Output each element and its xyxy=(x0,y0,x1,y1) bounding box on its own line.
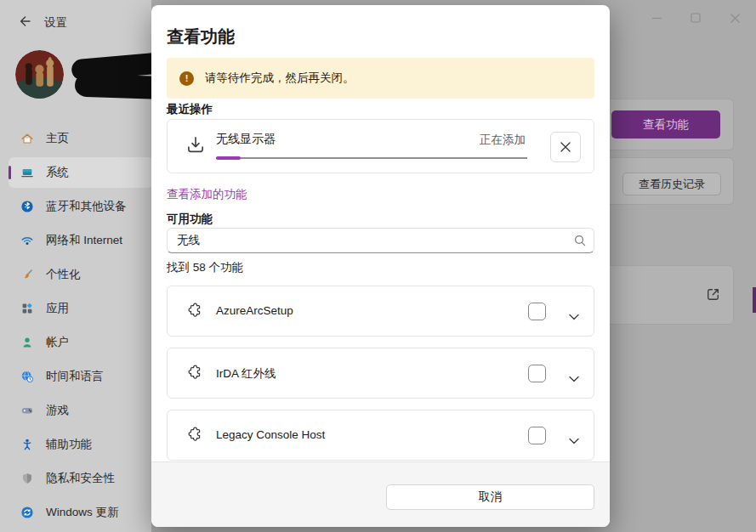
sidebar-item-system[interactable]: 系统 xyxy=(9,157,153,188)
chess-avatar-image xyxy=(15,50,64,99)
sidebar-item-time-language[interactable]: 时间和语言 xyxy=(9,361,153,392)
personalization-icon xyxy=(20,268,34,281)
sidebar-item-label: 时间和语言 xyxy=(46,369,104,384)
feature-checkbox[interactable] xyxy=(528,427,546,444)
windows-update-icon xyxy=(20,506,34,519)
feature-row-irda[interactable]: IrDA 红外线 xyxy=(167,348,594,399)
view-features-button[interactable]: 查看功能 xyxy=(611,110,720,139)
close-icon xyxy=(560,141,571,153)
cancel-button[interactable]: 取消 xyxy=(386,484,594,510)
feature-list: AzureArcSetup IrDA 红外线 Legacy Console Ho… xyxy=(167,286,594,461)
home-icon xyxy=(20,132,34,145)
sidebar-item-personalization[interactable]: 个性化 xyxy=(9,259,153,290)
sidebar-item-label: 游戏 xyxy=(46,403,69,418)
maximize-icon xyxy=(691,13,701,23)
feature-checkbox[interactable] xyxy=(528,303,546,320)
sidebar-item-label: 应用 xyxy=(46,301,69,316)
sidebar-item-privacy-security[interactable]: 隐私和安全性 xyxy=(9,463,153,494)
feature-row-azurearcsetup[interactable]: AzureArcSetup xyxy=(167,286,594,337)
search-icon xyxy=(573,234,587,251)
view-history-button[interactable]: 查看历史记录 xyxy=(622,173,721,195)
view-features-dialog: 查看功能 ! 请等待作完成，然后再关闭。 最近操作 无线显示器 正在添加 查看添… xyxy=(151,5,610,527)
cancel-operation-button[interactable] xyxy=(550,132,581,162)
recent-actions-heading: 最近操作 xyxy=(167,102,213,117)
status-text: 正在添加 xyxy=(480,133,526,148)
sidebar-item-label: 个性化 xyxy=(46,267,81,282)
sidebar-item-gaming[interactable]: 游戏 xyxy=(9,395,153,426)
feature-installing-name: 无线显示器 xyxy=(216,132,276,147)
window-controls xyxy=(637,5,754,31)
warning-text: 请等待作完成，然后再关闭。 xyxy=(205,71,355,86)
sidebar-item-label: 隐私和安全性 xyxy=(46,471,115,486)
warning-icon: ! xyxy=(179,71,194,86)
feature-search xyxy=(167,228,594,253)
sidebar-item-apps[interactable]: 应用 xyxy=(9,293,153,324)
available-features-heading: 可用功能 xyxy=(167,212,213,227)
sidebar-item-windows-update[interactable]: Windows 更新 xyxy=(9,497,153,528)
search-input[interactable] xyxy=(167,228,594,253)
sidebar-item-home[interactable]: 主页 xyxy=(9,123,153,154)
feature-checkbox[interactable] xyxy=(528,365,546,382)
results-count: 找到 58 个功能 xyxy=(167,260,243,275)
bluetooth-icon xyxy=(20,200,34,213)
app-title: 设置 xyxy=(44,15,67,31)
sidebar-item-accounts[interactable]: 帐户 xyxy=(9,327,153,358)
sidebar-item-label: Windows 更新 xyxy=(46,505,119,520)
accessibility-icon xyxy=(20,438,34,451)
chevron-down-icon[interactable] xyxy=(568,308,580,324)
close-icon xyxy=(730,13,741,24)
puzzle-icon xyxy=(185,365,203,386)
recent-action-item: 无线显示器 正在添加 xyxy=(167,119,594,173)
sidebar-item-label: 主页 xyxy=(46,131,69,146)
gaming-icon xyxy=(20,404,34,417)
network-icon xyxy=(20,234,34,247)
background-window-edge xyxy=(753,287,756,313)
feature-name: Legacy Console Host xyxy=(216,428,325,441)
puzzle-icon xyxy=(185,427,203,448)
minimize-icon xyxy=(651,13,662,24)
minimize-button[interactable] xyxy=(637,5,676,31)
sidebar-item-bluetooth[interactable]: 蓝牙和其他设备 xyxy=(9,191,153,222)
puzzle-icon xyxy=(185,303,203,324)
dialog-footer: 取消 xyxy=(151,461,610,527)
accounts-icon xyxy=(20,336,34,349)
close-window-button[interactable] xyxy=(715,5,754,31)
view-added-features-link[interactable]: 查看添加的功能 xyxy=(167,187,247,202)
maximize-button[interactable] xyxy=(676,5,715,31)
sidebar-item-label: 网络和 Internet xyxy=(46,233,122,248)
progress-bar xyxy=(216,157,527,159)
system-icon xyxy=(20,166,34,179)
sidebar: 主页 系统 蓝牙和其他设备 网络和 Internet 个性化 xyxy=(9,123,153,531)
sidebar-item-label: 辅助功能 xyxy=(46,437,92,452)
chevron-down-icon[interactable] xyxy=(568,371,580,386)
external-link-button[interactable] xyxy=(704,286,722,307)
download-icon xyxy=(185,134,207,160)
sidebar-item-accessibility[interactable]: 辅助功能 xyxy=(9,429,153,460)
sidebar-item-label: 帐户 xyxy=(46,335,69,350)
time-language-icon xyxy=(20,370,34,383)
chevron-down-icon[interactable] xyxy=(568,433,580,448)
back-button[interactable] xyxy=(12,10,37,32)
shield-icon xyxy=(20,472,34,485)
apps-icon xyxy=(20,302,34,315)
arrow-left-icon xyxy=(17,14,32,28)
external-link-icon xyxy=(704,286,722,303)
avatar[interactable] xyxy=(15,50,64,99)
warning-banner: ! 请等待作完成，然后再关闭。 xyxy=(167,58,594,99)
dialog-title: 查看功能 xyxy=(167,25,235,48)
progress-bar-fill xyxy=(216,156,241,160)
feature-name: AzureArcSetup xyxy=(216,304,293,317)
feature-row-legacy-console-host[interactable]: Legacy Console Host xyxy=(167,410,594,461)
sidebar-item-label: 系统 xyxy=(46,165,69,180)
sidebar-item-label: 蓝牙和其他设备 xyxy=(46,199,127,214)
feature-name: IrDA 红外线 xyxy=(216,366,276,382)
sidebar-item-network[interactable]: 网络和 Internet xyxy=(9,225,153,256)
